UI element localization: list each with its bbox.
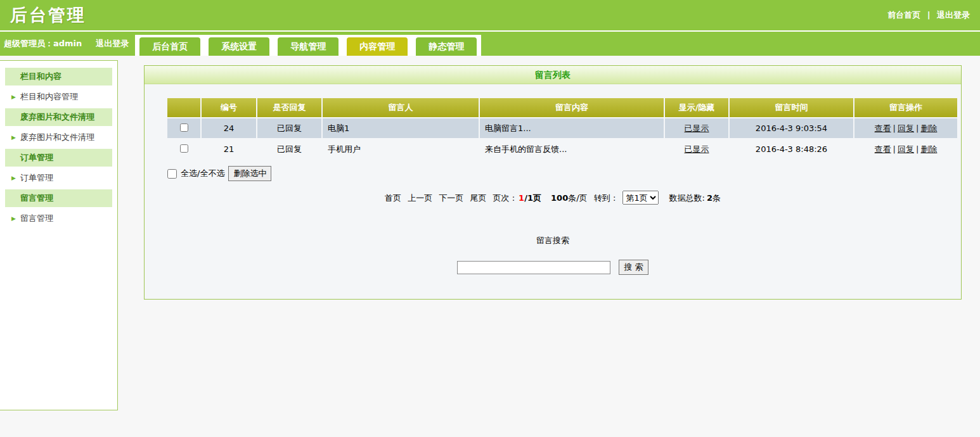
frontend-home-link[interactable]: 前台首页	[887, 10, 920, 20]
arrow-icon: ▶	[11, 215, 16, 222]
tab-content[interactable]: 内容管理	[347, 37, 408, 56]
row-checkbox[interactable]	[180, 144, 188, 153]
total-pages: /1页	[524, 193, 541, 203]
cell-author: 手机用户	[323, 139, 479, 159]
current-page: 1	[519, 193, 524, 203]
action-separator: |	[916, 124, 919, 133]
cell-content: 来自手机的留言反馈...	[480, 139, 664, 159]
select-all-checkbox[interactable]	[167, 169, 177, 179]
cell-id: 21	[202, 139, 256, 159]
per-page-suffix: 条/页	[568, 193, 587, 203]
search-section-title: 留言搜索	[145, 235, 961, 246]
action-separator: |	[893, 124, 896, 133]
col-header-replied: 是否回复	[257, 98, 321, 117]
cell-actions: 查看|回复|删除	[854, 139, 957, 159]
cell-id: 24	[202, 118, 256, 138]
row-checkbox[interactable]	[180, 124, 188, 132]
total-count: 2	[707, 193, 712, 203]
goto-label: 转到 :	[594, 193, 616, 203]
message-list-panel: 留言列表 编号 是否回复 留言人 留言内容 显示/隐藏 留言时间 留言	[144, 65, 962, 300]
cell-visibility: 已显示	[665, 118, 728, 138]
col-header-time: 留言时间	[730, 98, 853, 117]
goto-page-select[interactable]: 第1页	[622, 191, 659, 205]
cell-content: 电脑留言1...	[480, 118, 664, 138]
cell-visibility: 已显示	[665, 139, 728, 159]
per-page-count: 100	[551, 193, 568, 203]
delete-link[interactable]: 删除	[920, 144, 937, 154]
action-separator: |	[893, 144, 896, 154]
search-row: 搜 索	[145, 260, 961, 275]
arrow-icon: ▶	[11, 134, 16, 141]
arrow-icon: ▶	[11, 94, 16, 100]
sidebar-item-label: 留言管理	[20, 213, 53, 223]
site-title: 后台管理	[10, 4, 86, 27]
table-header-row: 编号 是否回复 留言人 留言内容 显示/隐藏 留言时间 留言操作	[167, 98, 957, 117]
search-button[interactable]: 搜 索	[619, 260, 648, 275]
account-area: 超级管理员：admin 退出登录	[0, 32, 135, 56]
cell-time: 2016-4-3 8:48:26	[730, 139, 853, 159]
sidebar-item-label: 废弃图片和文件清理	[20, 132, 94, 142]
total-label: 数据总数:	[669, 193, 705, 203]
col-header-visibility: 显示/隐藏	[665, 98, 728, 117]
prev-page-link[interactable]: 上一页	[408, 193, 432, 203]
reply-link[interactable]: 回复	[898, 124, 914, 133]
select-all-label: 全选/全不选	[181, 168, 224, 179]
visibility-toggle-link[interactable]: 已显示	[685, 124, 709, 133]
cell-replied: 已回复	[257, 139, 321, 159]
table-row: 21 已回复 手机用户 来自手机的留言反馈... 已显示 2016-4-3 8:…	[167, 139, 957, 159]
panel-title: 留言列表	[145, 66, 961, 84]
col-header-checkbox	[167, 98, 200, 117]
sidebar: 栏目和内容 ▶栏目和内容管理 废弃图片和文件清理 ▶废弃图片和文件清理 订单管理…	[0, 60, 118, 410]
visibility-toggle-link[interactable]: 已显示	[685, 144, 709, 154]
account-info: 超级管理员：admin	[4, 38, 82, 49]
tab-admin-home[interactable]: 后台首页	[139, 37, 200, 56]
page-body: 栏目和内容 ▶栏目和内容管理 废弃图片和文件清理 ▶废弃图片和文件清理 订单管理…	[0, 56, 980, 437]
link-separator: |	[927, 10, 931, 20]
delete-selected-button[interactable]: 删除选中	[228, 166, 271, 181]
top-header: 后台管理 前台首页 | 退出登录	[0, 0, 980, 30]
admin-page: 后台管理 前台首页 | 退出登录 超级管理员：admin 退出登录 后台首页 系…	[0, 0, 980, 437]
delete-link[interactable]: 删除	[920, 124, 937, 133]
next-page-link[interactable]: 下一页	[439, 193, 463, 203]
cell-replied: 已回复	[257, 118, 321, 138]
total-suffix: 条	[712, 193, 721, 203]
first-page-link[interactable]: 首页	[385, 193, 401, 203]
sidebar-section-messages: 留言管理	[5, 189, 112, 207]
bulk-actions: 全选/全不选 删除选中	[167, 166, 961, 181]
sidebar-section-columns: 栏目和内容	[5, 68, 112, 86]
sidebar-section-orders: 订单管理	[5, 149, 112, 167]
sidebar-item-columns-manage[interactable]: ▶栏目和内容管理	[0, 86, 117, 104]
sidebar-item-orders[interactable]: ▶订单管理	[0, 167, 117, 185]
sidebar-section-cleanup: 废弃图片和文件清理	[5, 108, 112, 126]
top-links: 前台首页 | 退出登录	[887, 10, 970, 21]
cell-time: 2016-4-3 9:03:54	[730, 118, 853, 138]
sidebar-item-label: 订单管理	[20, 173, 53, 182]
tab-static[interactable]: 静态管理	[416, 37, 477, 56]
arrow-icon: ▶	[11, 175, 16, 181]
action-separator: |	[916, 144, 919, 154]
sidebar-item-messages[interactable]: ▶留言管理	[0, 207, 117, 225]
logout-link-top[interactable]: 退出登录	[937, 10, 970, 20]
search-input[interactable]	[457, 261, 610, 274]
logout-link-nav[interactable]: 退出登录	[96, 38, 129, 49]
col-header-actions: 留言操作	[854, 98, 957, 117]
view-link[interactable]: 查看	[875, 124, 891, 133]
col-header-id: 编号	[202, 98, 256, 117]
reply-link[interactable]: 回复	[898, 144, 914, 154]
col-header-content: 留言内容	[480, 98, 664, 117]
tab-strip: 后台首页 系统设置 导航管理 内容管理 静态管理	[135, 35, 481, 56]
tab-navigation[interactable]: 导航管理	[278, 37, 338, 56]
message-table: 编号 是否回复 留言人 留言内容 显示/隐藏 留言时间 留言操作 24 已回复	[166, 97, 958, 160]
sidebar-item-label: 栏目和内容管理	[20, 92, 78, 101]
view-link[interactable]: 查看	[875, 144, 891, 154]
cell-author: 电脑1	[323, 118, 479, 138]
sidebar-item-cleanup[interactable]: ▶废弃图片和文件清理	[0, 126, 117, 144]
last-page-link[interactable]: 尾页	[470, 193, 486, 203]
table-row: 24 已回复 电脑1 电脑留言1... 已显示 2016-4-3 9:03:54…	[167, 118, 957, 138]
pagination: 首页 上一页 下一页 尾页 页次 :1/1页 100条/页 转到 : 第1页 数…	[145, 191, 961, 205]
page-label: 页次 :	[493, 193, 515, 203]
col-header-author: 留言人	[323, 98, 479, 117]
tab-system-settings[interactable]: 系统设置	[209, 37, 269, 56]
nav-bar: 超级管理员：admin 退出登录 后台首页 系统设置 导航管理 内容管理 静态管…	[0, 30, 980, 56]
cell-actions: 查看|回复|删除	[854, 118, 957, 138]
